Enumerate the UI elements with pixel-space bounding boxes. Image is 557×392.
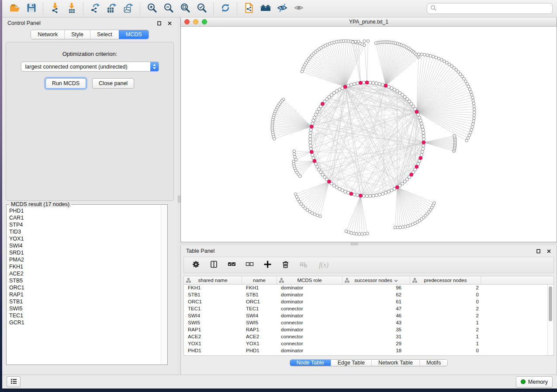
- show-columns-button[interactable]: [209, 260, 218, 270]
- cell-shared-name[interactable]: PHD1: [184, 347, 242, 354]
- column-header-MCDS-role[interactable]: MCDS role: [277, 276, 343, 284]
- cell-name[interactable]: FKH1: [242, 285, 277, 292]
- cell-successor-nodes[interactable]: 96: [343, 285, 410, 292]
- mcds-result-list[interactable]: PHD1CAR1STP4TID3YOX1SWI4SRD1PMA2FKH1ACE2…: [7, 205, 161, 364]
- mcds-result-item[interactable]: CAR1: [9, 214, 161, 221]
- cell-successor-nodes[interactable]: 43: [343, 320, 410, 327]
- cell-MCDS-role[interactable]: dominator: [277, 299, 343, 306]
- leaf-nodes[interactable]: [271, 40, 476, 236]
- mcds-result-item[interactable]: PHD1: [9, 207, 161, 214]
- vertical-splitter[interactable]: [177, 17, 180, 375]
- mcds-result-item[interactable]: RAP1: [9, 291, 161, 298]
- cell-MCDS-role[interactable]: dominator: [277, 327, 343, 334]
- cell-predecessor-nodes[interactable]: 1: [410, 340, 481, 347]
- search-box[interactable]: [427, 3, 553, 14]
- mcds-result-item[interactable]: STB1: [9, 298, 161, 305]
- maximize-window-icon[interactable]: [202, 19, 207, 24]
- tab-edge-table[interactable]: Edge Table: [331, 360, 371, 366]
- cell-name[interactable]: SWI5: [242, 320, 277, 327]
- cell-successor-nodes[interactable]: 62: [343, 292, 410, 299]
- cell-predecessor-nodes[interactable]: 2: [410, 285, 481, 292]
- table-row[interactable]: FKH1FKH1dominator962: [184, 285, 554, 292]
- table-row[interactable]: YOX1YOX1connector291: [184, 340, 554, 347]
- cell-MCDS-role[interactable]: dominator: [277, 292, 343, 299]
- mcds-result-item[interactable]: ORC1: [9, 284, 161, 291]
- cell-predecessor-nodes[interactable]: 2: [410, 313, 481, 320]
- cell-name[interactable]: TEC1: [242, 306, 277, 313]
- cell-predecessor-nodes[interactable]: 0: [410, 299, 481, 306]
- cell-MCDS-role[interactable]: connector: [277, 334, 343, 340]
- cell-MCDS-role[interactable]: dominator: [277, 285, 343, 292]
- float-panel-icon[interactable]: [536, 248, 541, 254]
- mcds-result-item[interactable]: FKH1: [9, 263, 161, 270]
- cell-successor-nodes[interactable]: 18: [343, 347, 410, 354]
- delete-row-button[interactable]: [280, 260, 290, 270]
- tab-mcds[interactable]: MCDS: [119, 30, 149, 39]
- cell-MCDS-role[interactable]: connector: [277, 340, 343, 347]
- save-session-button[interactable]: [23, 2, 40, 16]
- table-row[interactable]: SWI4SWI4dominator462: [184, 313, 554, 320]
- task-history-button[interactable]: [7, 376, 21, 387]
- cell-predecessor-nodes[interactable]: 0: [410, 292, 481, 299]
- cell-predecessor-nodes[interactable]: 1: [410, 320, 481, 327]
- mcds-result-item[interactable]: STB5: [9, 277, 161, 284]
- optimization-criterion-select[interactable]: largest connected component (undirected): [21, 62, 159, 72]
- cell-successor-nodes[interactable]: 61: [343, 299, 410, 306]
- cell-shared-name[interactable]: SWI4: [184, 313, 242, 320]
- show-selected-eye-button[interactable]: [291, 2, 307, 16]
- mcds-result-item[interactable]: YOX1: [9, 235, 161, 242]
- network-graph[interactable]: [181, 27, 557, 242]
- tab-style[interactable]: Style: [64, 30, 90, 39]
- network-canvas[interactable]: [181, 27, 557, 242]
- memory-button[interactable]: Memory: [516, 376, 553, 388]
- network-file-button[interactable]: [241, 2, 257, 16]
- table-row[interactable]: STB1STB1dominator620: [184, 292, 554, 299]
- cell-predecessor-nodes[interactable]: 2: [410, 306, 481, 313]
- cell-predecessor-nodes[interactable]: 2: [410, 327, 481, 334]
- deselect-all-button[interactable]: [245, 260, 254, 270]
- zoom-selected-button[interactable]: [194, 2, 210, 16]
- cell-shared-name[interactable]: FKH1: [184, 285, 242, 292]
- select-all-button[interactable]: [227, 260, 236, 270]
- open-file-button[interactable]: [7, 2, 23, 16]
- cell-name[interactable]: RAP1: [242, 327, 277, 334]
- mcds-result-item[interactable]: SRD1: [9, 249, 161, 256]
- table-row[interactable]: SWI5SWI5connector431: [184, 320, 554, 327]
- scrollbar-thumb[interactable]: [549, 286, 552, 321]
- cell-shared-name[interactable]: ACE2: [184, 334, 242, 340]
- table-row[interactable]: TEC1TEC1connector472: [184, 306, 554, 313]
- column-header-name[interactable]: name: [242, 276, 277, 284]
- tab-node-table[interactable]: Node Table: [290, 360, 331, 366]
- zoom-fit-button[interactable]: [177, 2, 194, 16]
- cell-name[interactable]: YOX1: [242, 340, 277, 347]
- cell-MCDS-role[interactable]: connector: [277, 320, 343, 327]
- table-row[interactable]: RAP1RAP1dominator352: [184, 327, 554, 334]
- cell-successor-nodes[interactable]: 46: [343, 313, 410, 320]
- hide-selected-eye-button[interactable]: [274, 2, 291, 16]
- export-image-button[interactable]: [120, 2, 137, 16]
- cell-shared-name[interactable]: RAP1: [184, 327, 242, 334]
- cell-shared-name[interactable]: ORC1: [184, 299, 242, 306]
- mcds-result-item[interactable]: TEC1: [9, 312, 161, 319]
- cell-name[interactable]: STB1: [242, 292, 277, 299]
- add-row-button[interactable]: [263, 260, 272, 270]
- splitter-handle[interactable]: [178, 196, 180, 203]
- cell-successor-nodes[interactable]: 29: [343, 340, 410, 347]
- tab-select[interactable]: Select: [90, 30, 119, 39]
- table-row[interactable]: ORC1ORC1dominator610: [184, 299, 554, 306]
- cell-predecessor-nodes[interactable]: 1: [410, 334, 481, 340]
- close-window-icon[interactable]: [184, 19, 190, 24]
- cell-name[interactable]: ORC1: [242, 299, 277, 306]
- float-panel-icon[interactable]: [156, 21, 162, 26]
- export-network-button[interactable]: [87, 2, 104, 16]
- cell-name[interactable]: SWI4: [242, 313, 277, 320]
- tab-network-table[interactable]: Network Table: [371, 360, 419, 366]
- run-mcds-button[interactable]: Run MCDS: [45, 78, 86, 89]
- home-button[interactable]: [257, 2, 274, 16]
- close-panel-button[interactable]: Close panel: [92, 78, 134, 89]
- minimize-window-icon[interactable]: [193, 19, 198, 24]
- refresh-view-button[interactable]: [217, 2, 234, 16]
- mcds-result-item[interactable]: GCR1: [9, 319, 161, 326]
- cell-shared-name[interactable]: SWI5: [184, 320, 242, 327]
- import-network-button[interactable]: [47, 2, 63, 16]
